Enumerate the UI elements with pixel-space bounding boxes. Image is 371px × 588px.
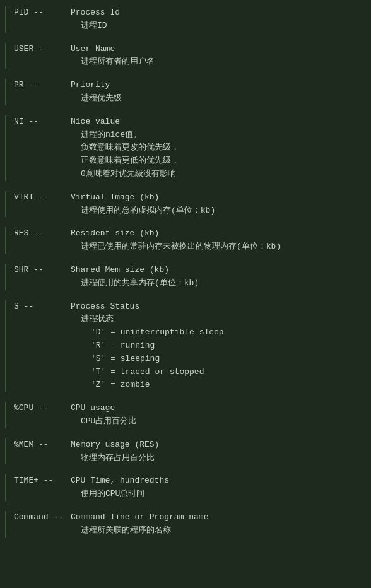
key-label-pid: PID -- — [5, 6, 44, 19]
entry-en-time+: CPU Time, hundredths — [71, 474, 366, 488]
key-area: NI -- — [5, 115, 68, 181]
entry-en-pid: Process Id — [71, 6, 366, 20]
key-label-shr: SHR -- — [5, 264, 44, 276]
entry-zh-pid-0: 进程ID — [71, 20, 366, 33]
entry-zh-pr-0: 进程优先级 — [71, 92, 366, 105]
key-area: S -- — [5, 300, 68, 392]
desc-area: Priority进程优先级 — [68, 79, 366, 105]
sub-line-0: 'D' = uninterruptible sleep — [71, 326, 366, 339]
sub-line-1: 'R' = running — [71, 339, 366, 353]
entry-zh-s-0: 进程状态 — [71, 313, 366, 326]
entry-row-pid: PID --Process Id进程ID — [5, 6, 366, 33]
entry-zh-%cpu-0: CPU占用百分比 — [71, 415, 366, 428]
main-content: PID --Process Id进程IDUSER --User Name进程所有… — [5, 6, 366, 538]
desc-area: User Name进程所有者的用户名 — [68, 43, 366, 69]
desc-area: CPU usageCPU占用百分比 — [68, 402, 366, 428]
entry-row-%mem: %MEM --Memory usage (RES)物理内存占用百分比 — [5, 438, 366, 465]
entry-en-%mem: Memory usage (RES) — [71, 438, 366, 452]
key-area: PR -- — [5, 79, 68, 105]
key-label-command: Command -- — [5, 511, 63, 524]
entry-zh-ni-1: 负数意味着更改的优先级， — [71, 141, 366, 155]
entry-row-shr: SHR --Shared Mem size (kb)进程使用的共享内存(单位：k… — [5, 264, 366, 290]
entry-zh-%mem-0: 物理内存占用百分比 — [71, 452, 366, 465]
key-area: SHR -- — [5, 264, 68, 290]
desc-area: CPU Time, hundredths使用的CPU总时间 — [68, 474, 366, 501]
entry-row-user: USER --User Name进程所有者的用户名 — [5, 43, 366, 69]
key-area: Command -- — [5, 511, 68, 538]
entry-row-ni: NI --Nice value进程的nice值。负数意味着更改的优先级，正数意味… — [5, 115, 366, 181]
entry-zh-ni-0: 进程的nice值。 — [71, 129, 366, 142]
desc-area: Resident size (kb)进程已使用的常驻内存未被换出的物理内存(单位… — [68, 227, 366, 254]
key-label-time+: TIME+ -- — [5, 474, 53, 487]
entry-zh-ni-3: 0意味着对优先级没有影响 — [71, 168, 366, 181]
key-area: %MEM -- — [5, 438, 68, 465]
entry-en-ni: Nice value — [71, 115, 366, 129]
key-label-%cpu: %CPU -- — [5, 402, 49, 415]
sub-line-3: 'T' = traced or stopped — [71, 366, 366, 379]
entry-en-pr: Priority — [71, 79, 366, 92]
sub-line-4: 'Z' = zombie — [71, 379, 366, 392]
key-area: USER -- — [5, 43, 68, 69]
entry-zh-ni-2: 正数意味着更低的优先级， — [71, 155, 366, 168]
desc-area: Command line or Program name进程所关联的程序的名称 — [68, 511, 366, 538]
desc-area: Virtual Image (kb)进程使用的总的虚拟内存(单位：kb) — [68, 191, 366, 218]
key-label-%mem: %MEM -- — [5, 438, 49, 451]
key-area: PID -- — [5, 6, 68, 33]
entry-en-user: User Name — [71, 43, 366, 56]
key-label-ni: NI -- — [5, 115, 38, 128]
key-area: %CPU -- — [5, 402, 68, 428]
entry-en-virt: Virtual Image (kb) — [71, 191, 366, 204]
desc-area: Memory usage (RES)物理内存占用百分比 — [68, 438, 366, 465]
entry-row-s: S --Process Status进程状态'D' = uninterrupti… — [5, 300, 366, 392]
entry-en-res: Resident size (kb) — [71, 227, 366, 240]
key-area: VIRT -- — [5, 191, 68, 218]
key-label-user: USER -- — [5, 43, 49, 56]
desc-area: Process Status进程状态'D' = uninterruptible … — [68, 300, 366, 392]
entry-zh-shr-0: 进程使用的共享内存(单位：kb) — [71, 277, 366, 290]
entry-row-%cpu: %CPU --CPU usageCPU占用百分比 — [5, 402, 366, 428]
entry-en-command: Command line or Program name — [71, 511, 366, 524]
entry-zh-res-0: 进程已使用的常驻内存未被换出的物理内存(单位：kb) — [71, 240, 366, 254]
key-label-res: RES -- — [5, 227, 44, 240]
desc-area: Nice value进程的nice值。负数意味着更改的优先级，正数意味着更低的优… — [68, 115, 366, 181]
key-label-pr: PR -- — [5, 79, 38, 91]
entry-zh-time+-0: 使用的CPU总时间 — [71, 488, 366, 501]
desc-area: Process Id进程ID — [68, 6, 366, 33]
entry-row-command: Command --Command line or Program name进程… — [5, 511, 366, 538]
entry-zh-user-0: 进程所有者的用户名 — [71, 56, 366, 69]
entry-zh-virt-0: 进程使用的总的虚拟内存(单位：kb) — [71, 204, 366, 218]
entry-en-s: Process Status — [71, 300, 366, 314]
desc-area: Shared Mem size (kb)进程使用的共享内存(单位：kb) — [68, 264, 366, 290]
entry-row-pr: PR --Priority进程优先级 — [5, 79, 366, 105]
entry-zh-command-0: 进程所关联的程序的名称 — [71, 524, 366, 538]
sub-line-2: 'S' = sleeping — [71, 353, 366, 366]
entry-row-virt: VIRT --Virtual Image (kb)进程使用的总的虚拟内存(单位：… — [5, 191, 366, 218]
key-area: TIME+ -- — [5, 474, 68, 501]
key-label-virt: VIRT -- — [5, 191, 49, 204]
entry-row-res: RES --Resident size (kb)进程已使用的常驻内存未被换出的物… — [5, 227, 366, 254]
entry-en-%cpu: CPU usage — [71, 402, 366, 415]
entry-en-shr: Shared Mem size (kb) — [71, 264, 366, 277]
entry-row-time+: TIME+ --CPU Time, hundredths使用的CPU总时间 — [5, 474, 366, 501]
key-area: RES -- — [5, 227, 68, 254]
